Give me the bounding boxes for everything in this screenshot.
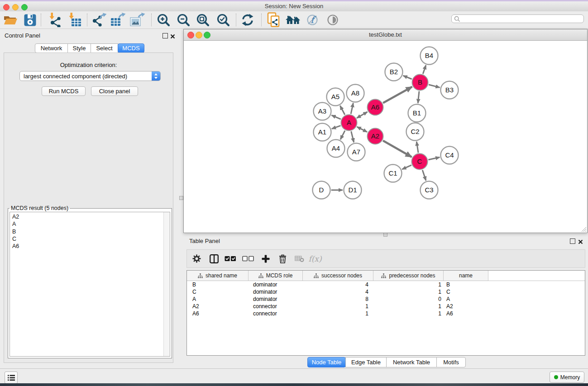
function-builder-icon[interactable]: f(x) — [308, 249, 322, 268]
graph-edge[interactable] — [357, 127, 367, 132]
zoom-fit-icon[interactable] — [195, 11, 210, 29]
column-header[interactable]: name — [444, 271, 488, 281]
table-row[interactable]: Adominator80A — [187, 295, 585, 303]
refresh-icon[interactable] — [240, 11, 255, 29]
graph-node-A2[interactable]: A2 — [368, 129, 383, 144]
graph-edge[interactable] — [357, 112, 368, 118]
graph-edge[interactable] — [422, 170, 426, 181]
table-panel-close-icon[interactable] — [578, 238, 583, 246]
tab-select[interactable]: Select — [91, 43, 118, 53]
graph-node-B3[interactable]: B3 — [441, 81, 459, 99]
graph-node-A6[interactable]: A6 — [368, 100, 383, 115]
graph-node-B1[interactable]: B1 — [408, 105, 426, 122]
vertical-split-handle[interactable] — [179, 196, 183, 200]
zoom-selected-icon[interactable] — [215, 11, 231, 29]
table-panel-float-icon[interactable] — [570, 238, 575, 244]
save-session-icon[interactable] — [22, 11, 38, 29]
zoom-in-icon[interactable] — [156, 11, 171, 29]
task-history-button[interactable] — [5, 372, 18, 384]
table-row[interactable]: Cdominator41C — [187, 288, 585, 295]
graph-edge[interactable] — [418, 91, 419, 103]
export-table-icon[interactable] — [110, 11, 126, 29]
graph-edge[interactable] — [332, 126, 341, 129]
new-network-from-file-icon[interactable] — [266, 11, 282, 29]
show-all-columns-icon[interactable] — [224, 249, 236, 268]
zoom-out-icon[interactable] — [176, 11, 191, 29]
close-panel-button[interactable]: Close panel — [91, 86, 138, 96]
graph-node-A[interactable]: A — [341, 115, 357, 131]
graph-node-B2[interactable]: B2 — [385, 63, 403, 81]
tab-network-table[interactable]: Network Table — [386, 357, 437, 367]
search-input[interactable] — [460, 15, 583, 23]
graph-node-A4[interactable]: A4 — [327, 140, 345, 157]
import-network-icon[interactable] — [47, 11, 62, 29]
graph-node-C4[interactable]: C4 — [441, 147, 459, 164]
graph-node-A1[interactable]: A1 — [314, 124, 331, 141]
result-scrollbar[interactable] — [163, 212, 170, 356]
graph-edge[interactable] — [403, 76, 412, 79]
tab-motifs[interactable]: Motifs — [436, 357, 466, 367]
graph-node-B[interactable]: B — [412, 75, 428, 91]
tab-mcds[interactable]: MCDS — [118, 43, 144, 53]
graph-edge[interactable] — [331, 115, 341, 119]
column-header[interactable]: predecessor nodes — [373, 271, 444, 281]
graph-node-A5[interactable]: A5 — [327, 88, 344, 106]
hide-details-icon[interactable]: f — [305, 11, 320, 29]
result-item[interactable]: C — [10, 235, 163, 243]
split-panel-icon[interactable] — [209, 249, 219, 268]
open-file-icon[interactable] — [3, 11, 18, 29]
horizontal-split-handle[interactable] — [383, 233, 387, 237]
graph-node-A7[interactable]: A7 — [348, 143, 365, 161]
graph-node-D1[interactable]: D1 — [344, 181, 362, 199]
graph-edge[interactable] — [351, 103, 353, 114]
delete-column-icon[interactable] — [278, 249, 287, 268]
settings-gear-icon[interactable] — [192, 249, 201, 268]
graph-node-D[interactable]: D — [313, 181, 330, 199]
hide-all-columns-icon[interactable] — [242, 249, 254, 268]
graph-node-A3[interactable]: A3 — [314, 103, 331, 120]
result-item[interactable]: A2 — [10, 213, 163, 220]
eye-icon[interactable] — [325, 11, 340, 29]
graph-edge[interactable] — [423, 65, 426, 74]
graph-node-C2[interactable]: C2 — [406, 123, 424, 141]
control-panel-close-icon[interactable] — [170, 33, 175, 41]
resize-grip[interactable] — [580, 226, 587, 232]
run-mcds-button[interactable]: Run MCDS — [42, 86, 86, 96]
graph-edge[interactable] — [428, 157, 440, 160]
graph-edge[interactable] — [340, 106, 345, 115]
tab-edge-table[interactable]: Edge Table — [345, 357, 387, 367]
tab-node-table[interactable]: Node Table — [307, 357, 346, 367]
add-column-icon[interactable] — [261, 249, 270, 268]
tab-network[interactable]: Network — [35, 43, 68, 53]
export-image-icon[interactable] — [129, 11, 146, 29]
table-row[interactable]: Bdominator41B — [187, 281, 585, 288]
column-header[interactable]: successor nodes — [303, 271, 373, 281]
graph-node-B4[interactable]: B4 — [421, 47, 438, 65]
table-row[interactable]: A6connector11A6 — [187, 310, 585, 317]
tab-style[interactable]: Style — [67, 43, 91, 53]
export-network-icon[interactable] — [92, 11, 107, 29]
delete-table-icon[interactable] — [294, 249, 304, 268]
graph-edge[interactable] — [383, 87, 412, 103]
graph-edge[interactable] — [383, 141, 411, 157]
graph-node-C1[interactable]: C1 — [384, 165, 402, 182]
graph-node-C3[interactable]: C3 — [421, 181, 438, 199]
table-row[interactable]: A2connector11A2 — [187, 303, 585, 310]
result-item[interactable]: B — [10, 228, 163, 235]
graph-node-C[interactable]: C — [412, 154, 428, 170]
optimization-criterion-select[interactable]: largest connected component (directed) — [19, 71, 161, 81]
search-box[interactable] — [451, 14, 584, 23]
memory-button[interactable]: Memory — [550, 372, 584, 383]
control-panel-float-icon[interactable] — [163, 33, 168, 38]
result-item[interactable]: A — [10, 220, 163, 228]
home-icon[interactable] — [285, 11, 301, 29]
graph-node-A8[interactable]: A8 — [347, 85, 364, 102]
graph-edge[interactable] — [416, 142, 418, 153]
graph-edge[interactable] — [340, 131, 345, 140]
graph-edge[interactable] — [429, 85, 440, 87]
graph-edge[interactable] — [402, 165, 411, 169]
network-graph-canvas[interactable]: B4B2BB3A5A8A6B1A3AA1C2A2A4A7C4CC1C3DD1 — [184, 40, 587, 233]
column-header[interactable]: MCDS role — [249, 271, 303, 281]
graph-edge[interactable] — [351, 131, 354, 142]
column-header[interactable]: shared name — [187, 271, 249, 281]
